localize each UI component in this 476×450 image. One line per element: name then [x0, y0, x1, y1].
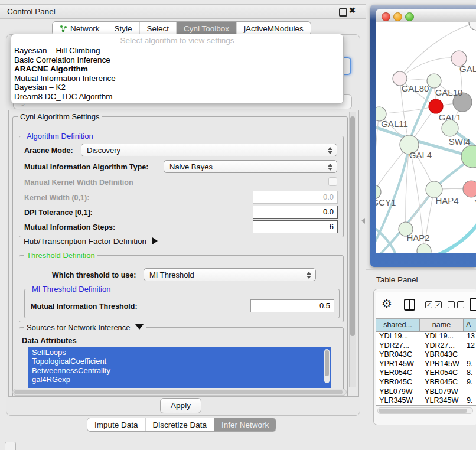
algorithm-dropdown-popup: Select algorithm to view settings Bayesi… [11, 34, 344, 104]
tab-jactivemnodules[interactable]: jActiveMNodules [236, 22, 311, 35]
apply-button[interactable]: Apply [160, 398, 201, 413]
svg-text:GAL80: GAL80 [402, 83, 429, 93]
tab-impute-data[interactable]: Impute Data [87, 418, 145, 431]
mac-close-icon[interactable] [382, 12, 390, 21]
node-salmon[interactable] [463, 181, 476, 197]
tab-select[interactable]: Select [139, 22, 177, 35]
deselect-all-icon[interactable] [448, 301, 464, 308]
list-item[interactable]: gal4RGexp [32, 375, 331, 384]
dropdown-placeholder: Select algorithm to view settings [11, 34, 343, 46]
column-header[interactable]: A [464, 319, 476, 331]
svg-text:GAL: GAL [459, 64, 476, 74]
svg-text:HAP4: HAP4 [435, 195, 458, 206]
list-item[interactable]: TopologicalCoefficient [32, 357, 331, 366]
combo-arrows-icon [328, 146, 332, 155]
tab-cyni-toolbox[interactable]: Cyni Toolbox [176, 22, 236, 35]
export-table-icon[interactable] [470, 298, 476, 311]
table-row[interactable]: YER054CYER054C8. [376, 369, 476, 378]
float-panel-icon[interactable] [339, 8, 347, 17]
panel-divider-handle[interactable] [361, 218, 365, 224]
dropdown-item[interactable]: Dream8 DC_TDC Algorithm [11, 92, 343, 102]
mi-steps-input[interactable]: 6 [253, 220, 338, 233]
combo-arrows-icon [328, 163, 332, 171]
svg-text:HAP2: HAP2 [406, 233, 429, 243]
data-attributes-label: Data Attributes [22, 336, 77, 345]
which-threshold-label: Which threshold to use: [52, 271, 136, 279]
dropdown-item[interactable]: Bayesian – K2 [11, 83, 343, 92]
group-title: Cyni Algorithm Settings [18, 112, 102, 121]
kernel-width-label: Kernel Width (0,1): [24, 194, 89, 202]
table-panel: ⚙ ✓✓ shared... name A YDL19...YDL19...13… [373, 289, 476, 425]
which-threshold-combobox[interactable]: MI Threshold [144, 268, 316, 281]
node-gal10[interactable] [427, 74, 441, 88]
cyni-algorithm-settings-group: Cyni Algorithm Settings Algorithm Defini… [12, 116, 348, 397]
sources-title[interactable]: Sources for Network Inference [24, 323, 146, 332]
network-window-titlebar[interactable] [376, 9, 476, 22]
svg-text:GAL4: GAL4 [409, 150, 432, 160]
svg-text:GAL11: GAL11 [381, 119, 408, 129]
table-horizontal-scrollbar[interactable] [377, 407, 473, 414]
column-header[interactable]: shared... [376, 319, 420, 331]
list-item[interactable]: BetweennessCentrality [32, 366, 331, 375]
dpi-tolerance-input[interactable]: 0.0 [253, 206, 338, 219]
settings-vertical-scrollbar[interactable] [349, 112, 356, 387]
table-panel-divider [366, 269, 476, 270]
network-canvas[interactable]: GAL GAL80 GAL10 GAL1 GAL11 SWI4 GAL4 GCY… [376, 22, 476, 253]
dropdown-item[interactable]: Bayesian – Hill Climbing [11, 46, 343, 56]
table-row[interactable]: YPR145WYPR145W9. [376, 360, 476, 369]
mi-threshold-input[interactable]: 0.5 [250, 299, 334, 312]
table-row[interactable]: YDR27...YDR27...12 [376, 341, 476, 351]
mi-algorithm-type-combobox[interactable]: Naive Bayes [164, 160, 337, 173]
select-all-icon[interactable]: ✓✓ [425, 301, 442, 308]
gear-icon[interactable]: ⚙ [382, 296, 392, 311]
table-header-row: shared... name A [376, 319, 476, 332]
settings-horizontal-scrollbar[interactable] [12, 389, 347, 396]
dropdown-item[interactable]: Mutual Information Inference [11, 74, 343, 83]
column-browser-icon[interactable] [404, 299, 415, 311]
table-row[interactable]: YBR043CYBR043C [376, 350, 476, 360]
node-table[interactable]: shared... name A YDL19...YDL19...13 YDR2… [376, 318, 476, 406]
tab-style[interactable]: Style [107, 22, 139, 35]
table-row[interactable]: YDL19...YDL19...13 [376, 332, 476, 341]
node-gal1-red[interactable] [429, 99, 443, 113]
tab-discretize-data[interactable]: Discretize Data [145, 418, 214, 431]
manual-kernel-width-label: Manual Kernel Width Definition [24, 178, 133, 187]
node-swi4[interactable] [442, 120, 458, 136]
table-row[interactable]: YBR045CYBR045C9. [376, 378, 476, 387]
hub-definition-expander[interactable]: Hub/Transcription Factor Definition [24, 237, 158, 246]
svg-text:SWI4: SWI4 [449, 136, 471, 146]
mi-threshold-group: MI Threshold Definition Mutual Informati… [24, 289, 340, 318]
svg-text:GAL10: GAL10 [435, 87, 463, 97]
dropdown-item[interactable]: Basic Correlation Inference [11, 56, 343, 65]
control-panel-title: Control Panel [7, 7, 56, 16]
tab-infer-network[interactable]: Infer Network [214, 418, 276, 431]
table-row[interactable]: YLR345WYLR345W9. [376, 396, 476, 406]
collapse-down-icon [135, 324, 144, 330]
dropdown-item-selected[interactable]: ARACNE Algorithm [11, 64, 343, 74]
tab-network[interactable]: Network [53, 22, 107, 35]
mac-zoom-icon[interactable] [405, 12, 414, 21]
minimized-panel-button[interactable] [5, 442, 16, 450]
combo-arrows-icon [307, 271, 311, 279]
list-vertical-scrollbar[interactable] [324, 349, 330, 383]
algorithm-definition-group: Algorithm Definition Aracne Mode: Discov… [19, 136, 344, 237]
mac-minimize-icon[interactable] [393, 12, 402, 21]
threshold-definition-group: Threshold Definition Which threshold to … [19, 255, 344, 322]
dpi-tolerance-label: DPI Tolerance [0,1]: [24, 208, 93, 217]
group-title: Threshold Definition [24, 251, 97, 260]
mi-threshold-label: Mutual Information Threshold: [31, 302, 138, 311]
manual-kernel-width-checkbox[interactable] [328, 177, 337, 186]
aracne-mode-combobox[interactable]: Discovery [81, 144, 337, 156]
panel-border-fragment [353, 35, 353, 107]
data-attributes-list[interactable]: SelfLoops TopologicalCoefficient Between… [28, 347, 331, 388]
column-header[interactable]: name [420, 319, 464, 331]
table-panel-title: Table Panel [376, 275, 418, 284]
network-icon [60, 25, 67, 32]
table-toolbar: ⚙ ✓✓ [376, 292, 476, 318]
expand-right-icon [152, 237, 158, 244]
mi-algorithm-type-label: Mutual Information Algorithm Type: [24, 163, 148, 171]
table-row[interactable]: YBL079WYBL079W [376, 387, 476, 397]
kernel-width-input: 0.0 [253, 191, 338, 204]
list-item[interactable]: SelfLoops [32, 348, 331, 357]
close-icon[interactable]: ✖ [349, 6, 356, 15]
